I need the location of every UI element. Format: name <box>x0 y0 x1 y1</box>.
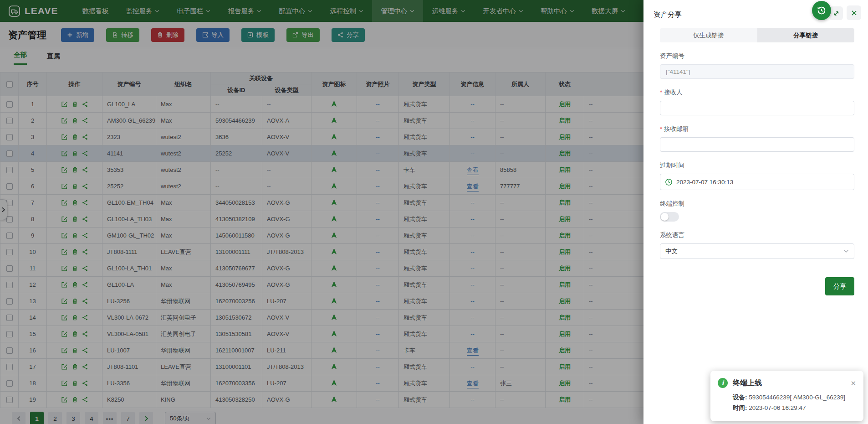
drawer-title: 资产分享 <box>654 10 682 20</box>
terminal-control-label: 终端控制 <box>660 200 854 208</box>
share-mode-tab-0[interactable]: 仅生成链接 <box>660 28 757 42</box>
system-language-select[interactable]: 中文 <box>660 243 854 259</box>
chevron-down-icon <box>843 249 849 253</box>
terminal-control-toggle[interactable] <box>660 212 679 222</box>
close-icon <box>851 10 858 16</box>
system-language-label: 系统语言 <box>660 231 854 239</box>
drawer-fullscreen-button[interactable] <box>829 6 843 20</box>
expire-time-field[interactable]: 2023-07-07 16:30:13 <box>660 174 854 190</box>
toast-device-line: 设备: 593054466239[ AM300-GL_66239] <box>733 393 856 403</box>
toast-time-line: 时间: 2023-07-06 16:29:47 <box>733 403 856 413</box>
history-icon[interactable] <box>812 1 831 20</box>
toast-close-icon[interactable]: ✕ <box>850 380 856 387</box>
asset-code-label: 资产编号 <box>660 52 854 60</box>
asset-code-field <box>660 64 854 79</box>
expire-time-value: 2023-07-07 16:30:13 <box>676 179 733 186</box>
expand-arrows-icon <box>833 10 840 17</box>
notification-toast: i 终端上线 ✕ 设备: 593054466239[ AM300-GL_6623… <box>710 371 863 421</box>
receiver-label: 接收人 <box>660 88 854 97</box>
share-mode-tabs: 仅生成链接分享链接 <box>660 28 854 42</box>
receiver-field[interactable] <box>660 101 854 115</box>
toast-title: 终端上线 <box>733 378 845 388</box>
toggle-knob <box>661 213 669 221</box>
app-root: LEAVE 数据看板监控服务电子围栏报告服务配置中心远程控制管理中心运维服务开发… <box>0 0 868 424</box>
share-form: 资产编号 接收人 接收邮箱 过期时间 2023-0 <box>643 52 868 259</box>
clock-icon <box>665 178 673 186</box>
share-submit-button[interactable]: 分享 <box>825 277 854 295</box>
info-icon: i <box>718 378 728 388</box>
share-drawer: 资产分享 仅生成链接分享链接 资产编号 <box>643 0 868 424</box>
email-label: 接收邮箱 <box>660 125 854 133</box>
share-mode-tab-1[interactable]: 分享链接 <box>757 28 855 42</box>
drawer-close-button[interactable] <box>847 5 861 20</box>
expire-time-label: 过期时间 <box>660 161 854 170</box>
toast-body: 设备: 593054466239[ AM300-GL_66239] 时间: 20… <box>733 393 856 413</box>
system-language-value: 中文 <box>665 247 678 255</box>
email-field[interactable] <box>660 137 854 152</box>
